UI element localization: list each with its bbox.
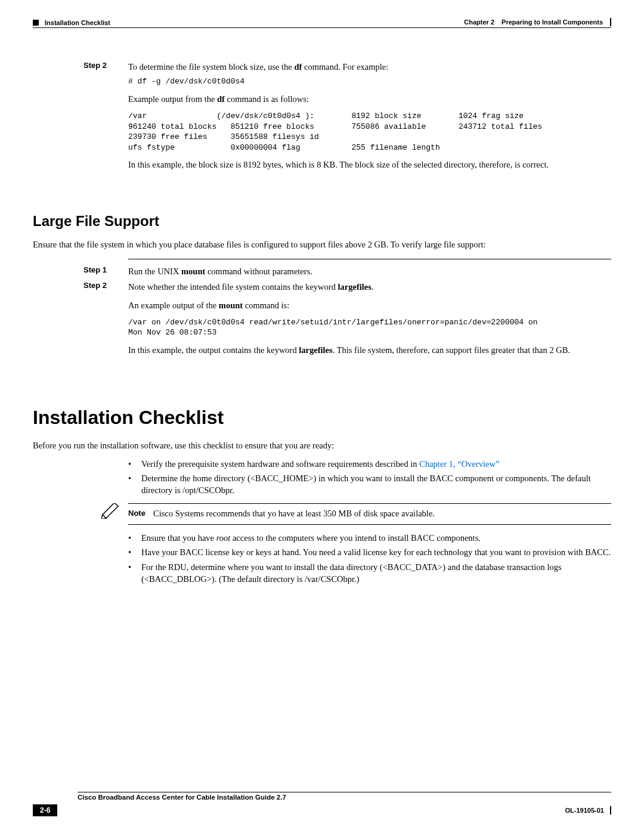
bullet-icon: • [128, 546, 141, 558]
b2-text: Determine the home directory (<BACC_HOME… [141, 472, 611, 497]
lfs-step-1: Step 1 Run the UNIX mount command withou… [33, 265, 611, 277]
step2-text-b: command. For example: [302, 62, 388, 72]
heading-large-file-support: Large File Support [33, 213, 611, 230]
checklist-bullet-4: • Have your BACC license key or keys at … [128, 546, 611, 558]
step-2-block-size: Step 2 To determine the file system bloc… [33, 61, 611, 177]
lfs-tail-kw: largefiles [299, 345, 332, 355]
code-mount-output: /var on /dev/dsk/c0t0d0s4 read/write/set… [128, 317, 608, 338]
note-label: Note [128, 507, 153, 521]
note-block: Note Cisco Systems recommends that yo ha… [92, 503, 611, 525]
footer-guide-title: Cisco Broadband Access Center for Cable … [78, 794, 611, 801]
step2-text-a: To determine the file system block size,… [128, 62, 294, 72]
checklist-bullet-3: • Ensure that you have root access to th… [128, 532, 611, 544]
lfs-step1-a: Run the UNIX [128, 267, 181, 276]
lfs-ex-cmd: mount [219, 301, 243, 310]
lfs-intro: Ensure that the file system in which you… [33, 239, 611, 250]
lfs-step-2: Step 2 Note whether the intended file sy… [33, 281, 611, 362]
header-chapter-title: Preparing to Install Components [501, 18, 603, 26]
link-chapter-1-overview[interactable]: Chapter 1, “Overview” [419, 459, 499, 469]
b3-root: root [216, 533, 231, 543]
checklist-bullet-5: • For the RDU, determine where you want … [128, 561, 611, 586]
page-footer: Cisco Broadband Access Center for Cable … [33, 792, 611, 816]
step2-ex-a: Example output from the [128, 94, 217, 104]
step-label: Step 2 [33, 281, 128, 362]
code-df-command: # df -g /dev/dsk/c0t0d0s4 [128, 76, 608, 87]
step2-ex-b: command is as follows: [225, 94, 309, 104]
b1-text: Verify the prerequisite system hardware … [141, 459, 419, 469]
page-number: 2-6 [33, 804, 57, 816]
step-label: Step 1 [33, 265, 128, 277]
step2-tail: In this example, the block size is 8192 … [128, 159, 608, 171]
lfs-tail-b: . This file system, therefore, can suppo… [333, 345, 570, 355]
lfs-step2-b: . [371, 282, 374, 292]
header-divider [33, 27, 611, 28]
lfs-step2-a: Note whether the intended file system co… [128, 282, 338, 292]
header-square-icon [33, 20, 39, 26]
page-header: Installation Checklist Chapter 2 Prepari… [33, 18, 611, 26]
lfs-step1-b: command without parameters. [205, 267, 312, 276]
footer-bar-icon [610, 806, 611, 815]
heading-installation-checklist: Installation Checklist [33, 407, 611, 429]
b4-text: Have your BACC license key or keys at ha… [141, 546, 611, 558]
lfs-ex-a: An example output of the [128, 301, 219, 310]
header-bar-icon [610, 18, 611, 26]
bullet-icon: • [128, 458, 141, 470]
checklist-bullet-1: • Verify the prerequisite system hardwar… [128, 458, 611, 470]
bullet-icon: • [128, 472, 141, 497]
step2-ex-cmd: df [217, 94, 225, 104]
bullet-icon: • [128, 561, 141, 586]
lfs-ex-b: command is: [243, 301, 289, 310]
note-text: Cisco Systems recommends that yo have at… [153, 507, 435, 521]
publication-id: OL-19105-01 [565, 807, 604, 814]
lfs-tail-a: In this example, the output contains the… [128, 345, 299, 355]
b5-text: For the RDU, determine where you want to… [141, 561, 611, 586]
pencil-icon [92, 503, 128, 521]
step-label: Step 2 [33, 61, 128, 177]
b3-b: access to the computers where you intend… [230, 533, 481, 543]
step-divider [128, 259, 611, 259]
header-chapter-label: Chapter 2 [464, 18, 494, 26]
checklist-intro: Before you run the installation software… [33, 439, 611, 451]
checklist-bullet-2: • Determine the home directory (<BACC_HO… [128, 472, 611, 497]
footer-divider [78, 792, 611, 792]
step2-cmd: df [294, 62, 302, 72]
lfs-step1-cmd: mount [181, 267, 205, 276]
b3-a: Ensure that you have [141, 533, 216, 543]
lfs-step2-kw: largefiles [338, 282, 371, 292]
bullet-icon: • [128, 532, 141, 544]
header-section-title: Installation Checklist [45, 19, 110, 26]
code-df-output: /var (/dev/dsk/c0t0d0s4 ): 8192 block si… [128, 111, 608, 153]
